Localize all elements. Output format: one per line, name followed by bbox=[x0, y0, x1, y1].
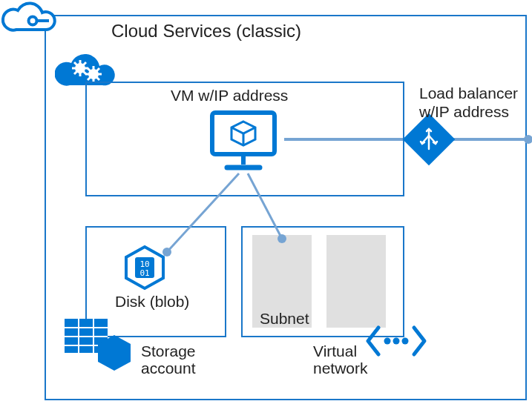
disk-hexagon-icon: 10 01 bbox=[122, 245, 168, 291]
disk-label: Disk (blob) bbox=[115, 293, 189, 311]
virtual-network-label: Virtual network bbox=[313, 342, 368, 377]
storage-account-label: Storage account bbox=[141, 342, 196, 377]
diagram-title: Cloud Services (classic) bbox=[111, 21, 301, 42]
svg-point-29 bbox=[384, 338, 391, 345]
storage-hexagon-icon bbox=[95, 334, 134, 372]
vm-monitor-icon bbox=[208, 108, 279, 173]
svg-point-31 bbox=[402, 338, 409, 345]
subnet-label: Subnet bbox=[260, 310, 309, 328]
svg-text:01: 01 bbox=[139, 268, 149, 278]
vm-label: VM w/IP address bbox=[171, 87, 288, 105]
cloud-outline-icon bbox=[0, 0, 58, 39]
load-balancer-label: Load balancer w/IP address bbox=[419, 84, 518, 121]
diagram-canvas: Cloud Services (classic) VM w/IP address bbox=[0, 0, 532, 404]
svg-marker-28 bbox=[98, 335, 131, 371]
cloud-gears-icon bbox=[55, 44, 122, 96]
svg-point-30 bbox=[393, 338, 400, 345]
lb-endpoint-dot bbox=[524, 135, 532, 144]
subnet-block bbox=[326, 235, 386, 328]
virtual-network-icon bbox=[364, 320, 429, 362]
